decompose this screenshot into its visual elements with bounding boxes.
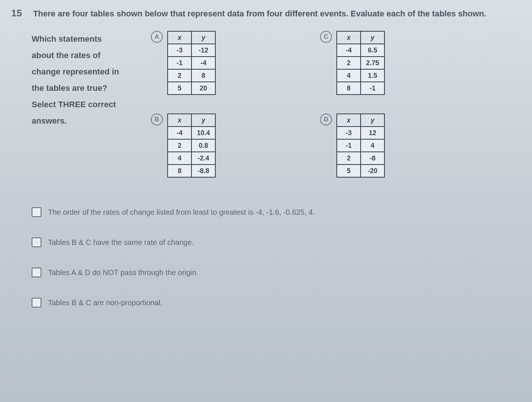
statements-prompt: Which statements about the rates of chan… [32,31,136,178]
answer-option: Tables B & C have the same rate of chang… [32,237,521,247]
table-cell: 4 [168,152,191,165]
table-cell: -1 [361,82,384,95]
prompt-line: Select THREE correct [32,96,136,113]
table-cell: -3 [168,44,191,57]
table-cell: 5 [337,165,361,177]
table-cell: -4 [337,44,361,57]
table-d: D xy -312 -14 2-8 5-20 [320,114,385,178]
answer-option: Tables B & C are non-proportional. [32,298,521,307]
data-table-a: xy -3-12 -1-4 28 520 [167,31,216,95]
table-label-c: C [320,31,332,43]
table-cell: 2 [168,139,191,152]
table-cell: 2 [337,57,361,69]
prompt-line: answers. [32,113,136,129]
table-header: y [361,114,384,127]
answer-option: Tables A & D do NOT pass through the ori… [32,268,521,277]
table-c: C xy -46.5 22.75 41.5 8-1 [320,31,385,95]
data-table-b: xy -410.4 20.8 4-2.4 8-8.8 [167,114,216,178]
answer-text: Tables A & D do NOT pass through the ori… [48,268,198,277]
prompt-line: change represented in [32,64,136,80]
table-b: B xy -410.4 20.8 4-2.4 8-8.8 [151,114,216,178]
table-cell: 8 [191,69,215,82]
table-cell: 2.75 [361,57,384,69]
answer-text: Tables B & C have the same rate of chang… [48,238,194,247]
answer-checkbox-4[interactable] [32,298,41,307]
table-label-a: A [151,31,163,43]
table-cell: -8 [361,152,384,165]
answer-text: The order of the rates of change listed … [48,208,315,217]
answer-option: The order of the rates of change listed … [32,207,521,217]
question-number: 15 [11,7,22,19]
table-label-b: B [151,114,163,125]
table-cell: -4 [168,127,191,139]
prompt-line: the tables are true? [32,80,136,96]
table-cell: -1 [337,139,361,152]
table-cell: -3 [337,127,361,139]
answer-checkbox-1[interactable] [32,207,41,217]
table-header: x [168,114,191,127]
answer-checkbox-3[interactable] [32,268,41,277]
table-cell: 6.5 [361,44,384,57]
table-cell: -20 [361,165,384,177]
table-header: x [168,31,191,44]
table-cell: 0.8 [191,139,215,152]
answer-checkbox-2[interactable] [32,237,41,247]
answers-section: The order of the rates of change listed … [32,207,521,307]
table-cell: 8 [168,165,191,177]
question-text: There are four tables shown below that r… [33,7,486,20]
data-table-c: xy -46.5 22.75 41.5 8-1 [336,31,385,95]
table-header: x [337,31,361,44]
table-cell: 2 [168,69,191,82]
table-cell: -12 [191,44,215,57]
table-cell: -1 [168,57,191,69]
table-label-d: D [320,114,332,125]
table-cell: 8 [337,82,361,95]
table-header: y [191,31,215,44]
table-header: y [191,114,215,127]
table-cell: 10.4 [191,127,215,139]
table-cell: 20 [191,82,215,95]
prompt-line: about the rates of [32,47,136,64]
answer-text: Tables B & C are non-proportional. [48,299,162,307]
table-header: y [361,31,384,44]
table-cell: -4 [191,57,215,69]
table-cell: 12 [361,127,384,139]
table-cell: 4 [337,69,361,82]
table-header: x [337,114,361,127]
data-table-d: xy -312 -14 2-8 5-20 [336,114,385,178]
prompt-line: Which statements [32,31,136,47]
table-cell: -2.4 [191,152,215,165]
table-cell: 4 [361,139,384,152]
table-a: A xy -3-12 -1-4 28 520 [151,31,216,95]
table-cell: 1.5 [361,69,384,82]
table-cell: 2 [337,152,361,165]
table-cell: -8.8 [191,165,215,177]
table-cell: 5 [168,82,191,95]
